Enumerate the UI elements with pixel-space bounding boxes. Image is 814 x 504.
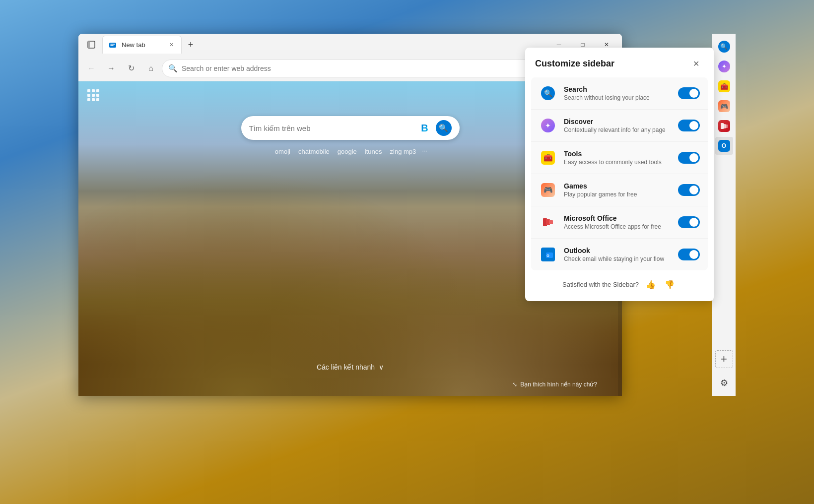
office-toggle[interactable]: [678, 216, 700, 228]
address-input[interactable]: [182, 64, 521, 72]
tab-close-button[interactable]: ✕: [166, 40, 176, 50]
sidebar-item-outlook: O Outlook Check email while staying in y…: [531, 239, 708, 270]
quick-link-more[interactable]: ···: [422, 147, 427, 156]
quick-links-section[interactable]: Các liên kết nhanh ∨: [317, 363, 384, 371]
edge-sidebar-bottom-settings-button[interactable]: ⚙: [715, 374, 733, 392]
edge-sidebar-outlook-button[interactable]: O: [715, 137, 733, 155]
sidebar-panel-title: Customize sidebar: [535, 59, 614, 69]
address-search-icon: 🔍: [168, 64, 178, 73]
back-button[interactable]: ←: [82, 60, 100, 77]
svg-rect-1: [88, 41, 90, 48]
edge-sidebar-tools-button[interactable]: 🧰: [715, 77, 733, 95]
grid-dot: [92, 94, 95, 97]
discover-item-icon: ✦: [539, 117, 557, 134]
search-item-icon: 🔍: [539, 84, 557, 102]
edge-sidebar: 🔍 ✦ 🧰 🎮 O + ⚙: [712, 34, 736, 396]
toggle-thumb: [689, 121, 698, 130]
office-item-name: Microsoft Office: [564, 214, 671, 222]
office-item-icon: [539, 213, 557, 231]
quick-link-zingmp3[interactable]: zing mp3: [388, 147, 418, 156]
office-logo-icon: [541, 215, 555, 229]
toggle-thumb: [689, 153, 698, 162]
quick-link-google[interactable]: google: [336, 147, 359, 156]
search-toggle[interactable]: [678, 87, 700, 99]
edge-sidebar-games-button[interactable]: 🎮: [715, 97, 733, 115]
refresh-button[interactable]: ↻: [122, 60, 140, 77]
office-item-text: Microsoft Office Access Microsoft Office…: [564, 214, 671, 230]
quick-link-chatmobile[interactable]: chatmobile: [296, 147, 332, 156]
edge-sidebar-office-button[interactable]: [715, 117, 733, 135]
tools-item-name: Tools: [564, 150, 671, 158]
wallpaper-label[interactable]: ⤡ Bạn thích hình nền này chứ?: [512, 381, 597, 388]
search-item-name: Search: [564, 85, 671, 93]
edge-sidebar-add-button[interactable]: +: [715, 350, 733, 368]
edge-games-icon: 🎮: [718, 100, 730, 112]
office-item-desc: Access Microsoft Office apps for free: [564, 223, 671, 230]
quick-links-label: Các liên kết nhanh: [317, 363, 375, 371]
customize-sidebar-panel: Customize sidebar ✕ 🔍 Search Search with…: [525, 48, 714, 301]
svg-rect-2: [109, 43, 116, 48]
forward-button[interactable]: →: [102, 60, 120, 77]
search-box[interactable]: B 🔍: [241, 116, 460, 140]
thumbs-down-button[interactable]: 👎: [663, 277, 677, 291]
grid-dot: [96, 98, 99, 101]
tools-toggle[interactable]: [678, 152, 700, 164]
games-item-text: Games Play popular games for free: [564, 182, 671, 198]
discover-item-desc: Contextually relevant info for any page: [564, 126, 671, 133]
outlook-item-name: Outlook: [564, 247, 671, 254]
edge-office-icon: [718, 120, 730, 132]
grid-dot: [87, 89, 90, 92]
edge-outlook-icon: O: [718, 140, 730, 152]
search-circle-icon: 🔍: [541, 86, 555, 100]
sidebar-panel-close-button[interactable]: ✕: [688, 56, 704, 71]
sidebar-toggle-button[interactable]: [82, 36, 100, 54]
home-button[interactable]: ⌂: [142, 60, 160, 77]
grid-dot: [92, 89, 95, 92]
ntp-apps-button[interactable]: [85, 87, 101, 103]
search-item-desc: Search without losing your place: [564, 94, 671, 101]
discover-item-name: Discover: [564, 118, 671, 126]
sidebar-panel-header: Customize sidebar ✕: [525, 48, 714, 77]
discover-item-text: Discover Contextually relevant info for …: [564, 118, 671, 133]
wallpaper-label-text: Bạn thích hình nền này chứ?: [520, 381, 597, 388]
active-tab[interactable]: New tab ✕: [102, 36, 182, 54]
new-tab-button[interactable]: +: [183, 37, 199, 53]
sidebar-item-office: Microsoft Office Access Microsoft Office…: [531, 206, 708, 239]
sidebar-item-tools: 🧰 Tools Easy access to commonly used too…: [531, 142, 708, 174]
search-submit-button[interactable]: 🔍: [436, 120, 452, 136]
search-input[interactable]: [249, 124, 414, 132]
toggle-thumb: [689, 250, 698, 259]
bing-b-letter: B: [421, 123, 428, 134]
grid-dot: [96, 94, 99, 97]
discover-toggle[interactable]: [678, 120, 700, 131]
games-item-name: Games: [564, 182, 671, 190]
games-toggle[interactable]: [678, 184, 700, 196]
games-item-desc: Play popular games for free: [564, 191, 671, 198]
address-bar[interactable]: 🔍 ☆ ⚙: [162, 60, 561, 77]
outlook-logo-icon: O: [541, 248, 555, 261]
copilot-icon: ✦: [718, 61, 730, 72]
outlook-toggle[interactable]: [678, 249, 700, 260]
sidebar-feedback: Satisfied with the Sidebar? 👍 👎: [525, 270, 714, 293]
games-item-icon: 🎮: [539, 181, 557, 199]
quick-links-chevron-icon: ∨: [379, 363, 384, 371]
edge-tools-icon: 🧰: [718, 80, 730, 92]
edge-sidebar-search-button[interactable]: 🔍: [715, 38, 733, 56]
grid-dot: [87, 94, 90, 97]
tools-item-desc: Easy access to commonly used tools: [564, 159, 671, 166]
discover-sparkle-icon: ✦: [541, 119, 555, 132]
outlook-item-text: Outlook Check email while staying in you…: [564, 247, 671, 262]
quick-link-itunes[interactable]: itunes: [363, 147, 384, 156]
sidebar-items-container: 🔍 Search Search without losing your plac…: [531, 77, 708, 270]
thumbs-up-button[interactable]: 👍: [644, 277, 658, 291]
edge-sidebar-copilot-button[interactable]: ✦: [715, 58, 733, 75]
search-container: B 🔍: [241, 116, 460, 140]
toggle-thumb: [689, 89, 698, 98]
toggle-thumb: [689, 218, 698, 227]
tools-briefcase-icon: 🧰: [541, 151, 555, 165]
sidebar-item-discover: ✦ Discover Contextually relevant info fo…: [531, 110, 708, 142]
quick-link-omoji[interactable]: omoji: [273, 147, 292, 156]
tools-item-text: Tools Easy access to commonly used tools: [564, 150, 671, 166]
tab-favicon: [108, 40, 118, 50]
grid-dot: [92, 98, 95, 101]
